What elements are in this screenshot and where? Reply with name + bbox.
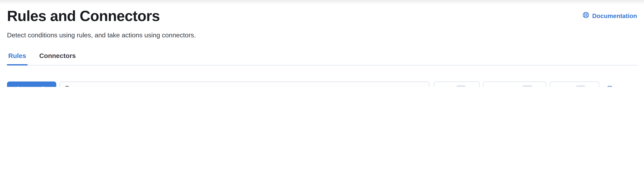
filter-action-type[interactable]: Action type 0 bbox=[483, 81, 546, 87]
chevron-down-icon bbox=[470, 85, 474, 87]
chevron-down-icon bbox=[589, 85, 594, 87]
filter-action-type-label: Action type bbox=[488, 85, 519, 87]
tab-bar: Rules Connectors bbox=[7, 52, 637, 65]
filter-action-type-count-badge: 0 bbox=[522, 85, 532, 87]
refresh-label: Refresh bbox=[616, 85, 637, 87]
rules-and-connectors-page: Rules and Connectors Documentation Detec… bbox=[0, 0, 644, 87]
toolbar: Create rule Type 0 Action type bbox=[7, 81, 637, 87]
filter-status-count-badge: 0 bbox=[576, 85, 586, 87]
page-subtitle: Detect conditions using rules, and take … bbox=[7, 31, 637, 40]
create-rule-button[interactable]: Create rule bbox=[7, 81, 56, 87]
search-field-wrap bbox=[60, 81, 430, 87]
tab-connectors[interactable]: Connectors bbox=[38, 52, 77, 65]
filter-type-label: Type bbox=[439, 85, 452, 87]
refresh-button[interactable]: Refresh bbox=[606, 85, 637, 87]
search-input[interactable] bbox=[60, 81, 430, 87]
documentation-link[interactable]: Documentation bbox=[582, 12, 637, 20]
documentation-label: Documentation bbox=[592, 12, 637, 19]
chevron-down-icon bbox=[536, 85, 541, 87]
filter-type-count-badge: 0 bbox=[456, 85, 466, 87]
refresh-icon bbox=[606, 85, 612, 87]
page-header: Rules and Connectors Documentation bbox=[7, 0, 637, 25]
tab-rules[interactable]: Rules bbox=[7, 52, 27, 65]
help-lifering-icon bbox=[582, 12, 589, 20]
page-title: Rules and Connectors bbox=[7, 7, 160, 25]
filter-status-label: Status bbox=[555, 85, 572, 87]
filter-status[interactable]: Status 0 bbox=[550, 81, 599, 87]
filter-type[interactable]: Type 0 bbox=[434, 81, 480, 87]
